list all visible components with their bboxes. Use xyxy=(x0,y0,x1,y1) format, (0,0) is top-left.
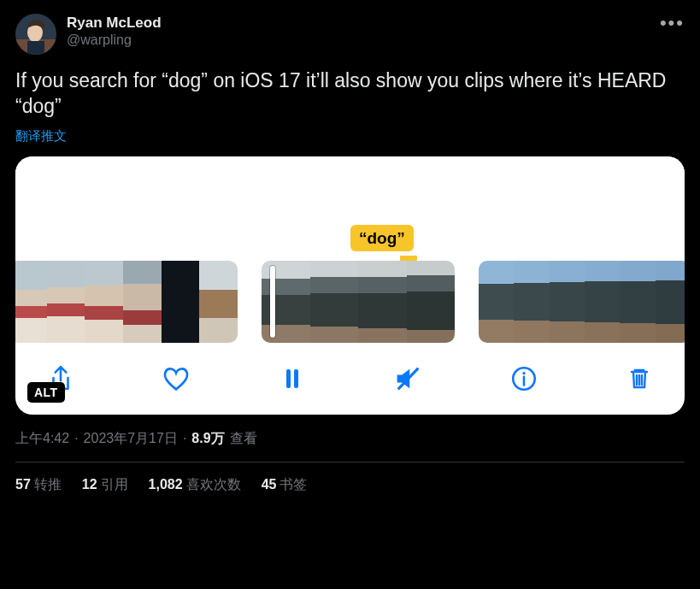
more-icon[interactable]: ••• xyxy=(660,14,685,32)
meta-date[interactable]: 2023年7月17日 xyxy=(84,430,178,448)
clip-group[interactable] xyxy=(479,261,685,343)
trash-icon[interactable] xyxy=(623,362,656,395)
stat-likes[interactable]: 1,082喜欢次数 xyxy=(149,476,241,494)
tweet: Ryan McLeod @warpling ••• If you search … xyxy=(0,0,700,494)
author-name[interactable]: Ryan McLeod xyxy=(67,14,162,32)
meta-dot: · xyxy=(74,431,78,446)
stat-quotes[interactable]: 12引用 xyxy=(82,476,128,494)
meta-dot: · xyxy=(183,431,186,446)
author-handle[interactable]: @warpling xyxy=(67,32,162,49)
match-marker xyxy=(400,256,417,261)
pause-icon[interactable] xyxy=(276,362,309,395)
search-term-tag: “dog” xyxy=(350,225,414,251)
meta-time[interactable]: 上午4:42 xyxy=(15,430,69,448)
svg-point-8 xyxy=(522,372,525,374)
stat-retweets[interactable]: 57转推 xyxy=(15,476,62,494)
tweet-header: Ryan McLeod @warpling ••• xyxy=(15,14,685,55)
media-whitespace: “dog” xyxy=(15,156,685,261)
meta-views-count[interactable]: 8.9万 xyxy=(191,430,224,448)
stat-bookmarks[interactable]: 45书签 xyxy=(262,476,308,494)
video-scrubber[interactable] xyxy=(15,261,685,343)
tweet-meta: 上午4:42 · 2023年7月17日 · 8.9万 查看 xyxy=(15,430,685,448)
alt-badge[interactable]: ALT xyxy=(27,382,65,403)
playhead[interactable] xyxy=(270,266,275,338)
tweet-text: If you search for “dog” on iOS 17 it’ll … xyxy=(15,68,685,120)
mute-icon[interactable] xyxy=(391,362,424,395)
svg-rect-3 xyxy=(27,41,44,55)
media-toolbar xyxy=(15,343,685,415)
translate-link[interactable]: 翻译推文 xyxy=(15,128,685,144)
tweet-stats: 57转推 12引用 1,082喜欢次数 45书签 xyxy=(15,462,685,494)
author-names: Ryan McLeod @warpling xyxy=(67,14,162,49)
clip-group-active[interactable] xyxy=(262,261,455,343)
info-icon[interactable] xyxy=(508,362,540,395)
clip-group[interactable] xyxy=(15,261,238,343)
svg-rect-4 xyxy=(286,369,291,388)
media-card[interactable]: “dog” xyxy=(15,156,685,415)
heart-icon[interactable] xyxy=(160,362,192,395)
svg-rect-5 xyxy=(294,369,298,388)
meta-views-label: 查看 xyxy=(230,430,257,448)
avatar[interactable] xyxy=(15,14,56,55)
